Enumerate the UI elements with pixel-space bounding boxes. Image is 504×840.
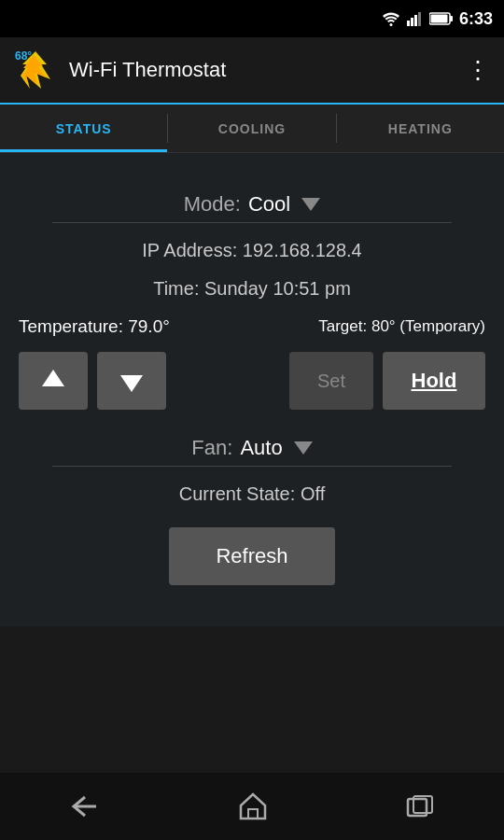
svg-marker-10 [42, 370, 64, 386]
temperature-value: 79.0° [128, 316, 170, 336]
time-row: Time: Sunday 10:51 pm [15, 278, 489, 300]
svg-rect-6 [430, 15, 447, 23]
time-value: Sunday 10:51 pm [204, 278, 351, 299]
battery-icon [429, 12, 454, 25]
main-content: Mode: Cool IP Address: 192.168.128.4 Tim… [0, 153, 504, 626]
ip-value: 192.168.128.4 [243, 240, 362, 260]
ip-label: IP Address: [142, 240, 237, 260]
status-icons: 6:33 [381, 9, 493, 29]
svg-rect-4 [418, 12, 421, 26]
set-button[interactable]: Set [289, 352, 373, 410]
fan-value: Auto [240, 436, 282, 460]
fan-label: Fan: [191, 436, 232, 460]
temp-badge: 68° [15, 49, 32, 63]
svg-rect-7 [450, 16, 453, 21]
tab-cooling[interactable]: COOLING [168, 105, 335, 152]
mode-label: Mode: [184, 192, 241, 217]
svg-point-0 [389, 23, 392, 26]
nav-home-button[interactable] [239, 792, 267, 820]
controls-row: Set Hold [19, 352, 485, 410]
status-bar: 6:33 [0, 0, 504, 37]
tab-status[interactable]: STATUS [0, 105, 167, 152]
target-display: Target: 80° (Temporary) [318, 317, 485, 336]
tab-heating[interactable]: HEATING [337, 105, 504, 152]
fan-dropdown-arrow[interactable] [294, 441, 313, 455]
nav-bar [0, 773, 504, 840]
divider-mode [52, 222, 452, 223]
current-state-value: Off [301, 483, 325, 504]
status-bar-time: 6:33 [459, 9, 493, 29]
app-bar: 68° Wi-Fi Thermostat ⋮ [0, 37, 504, 105]
temperature-display: Temperature: 79.0° [19, 316, 170, 337]
tab-bar: STATUS COOLING HEATING [0, 105, 504, 153]
temp-up-button[interactable] [19, 352, 88, 410]
app-title-block: Wi-Fi Thermostat [69, 58, 226, 82]
temp-target-row: Temperature: 79.0° Target: 80° (Temporar… [19, 316, 485, 337]
target-value-text: 80° (Temporary) [371, 317, 485, 335]
overflow-menu-button[interactable]: ⋮ [466, 56, 491, 85]
app-logo: 68° [13, 48, 58, 92]
divider-fan [52, 466, 452, 467]
mode-row: Mode: Cool [15, 192, 489, 217]
svg-marker-11 [120, 375, 143, 392]
hold-button[interactable]: Hold [383, 352, 485, 410]
app-title: Wi-Fi Thermostat [69, 58, 226, 82]
nav-recent-button[interactable] [406, 794, 434, 819]
current-state-row: Current State: Off [15, 483, 489, 505]
signal-icon [407, 11, 424, 26]
svg-rect-3 [414, 15, 417, 26]
time-label: Time: [153, 278, 199, 299]
current-state-label: Current State: [179, 483, 296, 504]
fan-row: Fan: Auto [15, 436, 489, 460]
svg-rect-14 [248, 809, 258, 819]
svg-rect-2 [411, 18, 413, 26]
refresh-button-row: Refresh [15, 527, 489, 585]
refresh-button[interactable]: Refresh [169, 527, 334, 585]
mode-dropdown-arrow[interactable] [301, 198, 320, 211]
svg-rect-1 [407, 21, 410, 26]
temperature-label: Temperature: [19, 316, 123, 336]
wifi-icon [381, 11, 401, 26]
ip-row: IP Address: 192.168.128.4 [15, 240, 489, 261]
temp-down-button[interactable] [97, 352, 166, 410]
mode-value: Cool [248, 192, 290, 217]
svg-marker-13 [241, 794, 265, 819]
nav-back-button[interactable] [70, 793, 100, 819]
target-label: Target: [318, 317, 367, 335]
